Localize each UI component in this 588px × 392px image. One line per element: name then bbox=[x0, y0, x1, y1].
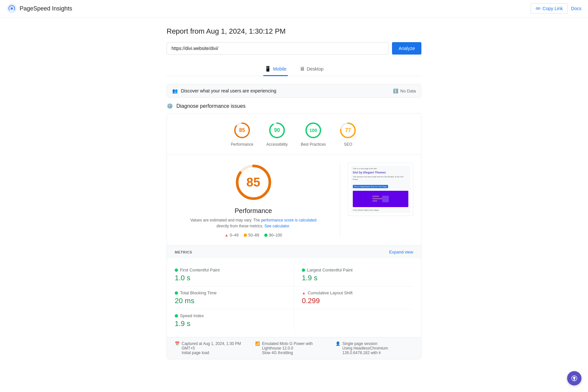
discover-text: Discover what your real users are experi… bbox=[181, 88, 276, 93]
analyze-button[interactable]: Analyze bbox=[392, 42, 421, 55]
svg-rect-16 bbox=[382, 196, 389, 202]
seo-score-value: 77 bbox=[339, 121, 357, 139]
metric-tbt-value: 20 ms bbox=[175, 297, 286, 305]
preview-image-svg bbox=[371, 194, 390, 204]
fcp-status-dot bbox=[175, 269, 178, 272]
tab-mobile[interactable]: 📱 Mobile bbox=[263, 62, 288, 76]
no-data-label: No Data bbox=[400, 89, 416, 93]
si-status-dot bbox=[175, 314, 178, 318]
score-item-accessibility[interactable]: 90 Accessibility bbox=[266, 121, 287, 147]
score-detail-desc: Values are estimated and may vary. The p… bbox=[190, 217, 316, 229]
score-detail-left: 85 Performance Values are estimated and … bbox=[175, 163, 332, 237]
psi-logo-icon bbox=[7, 3, 17, 14]
page-load-type: Initial page load bbox=[182, 351, 253, 355]
score-item-performance[interactable]: 85 Performance bbox=[231, 121, 253, 147]
capture-date: Captured at Aug 1, 2024, 1:30 PM GMT+5 bbox=[182, 341, 253, 351]
accessibility-score-value: 90 bbox=[268, 121, 286, 139]
logo-area: PageSpeed Insights bbox=[7, 3, 72, 14]
big-performance-circle: 85 bbox=[234, 163, 273, 202]
metric-lcp: Largest Contentful Paint 1.9 s bbox=[294, 264, 413, 286]
metric-fcp-name: First Contentful Paint bbox=[175, 268, 286, 272]
legend-average: 50–89 bbox=[244, 233, 259, 237]
metrics-grid: First Contentful Paint 1.0 s Largest Con… bbox=[167, 258, 421, 337]
average-dot bbox=[244, 234, 247, 237]
discover-bar: 👥 Discover what your real users are expe… bbox=[167, 84, 421, 98]
svg-rect-15 bbox=[372, 200, 377, 202]
url-bar: Analyze bbox=[167, 42, 421, 55]
diagnose-title: Diagnose performance issues bbox=[176, 103, 246, 109]
big-score-value: 85 bbox=[246, 175, 260, 189]
performance-circle-container: 85 bbox=[233, 121, 251, 139]
preview-image bbox=[353, 191, 408, 207]
preview-button: Run A PageSpeed Test On This Page bbox=[353, 185, 388, 188]
metric-cls-name: ▲ Cumulative Layout Shift bbox=[302, 290, 413, 295]
main-content: Report from Aug 1, 2024, 1:30:12 PM Anal… bbox=[160, 17, 428, 374]
detail-divider bbox=[340, 163, 340, 237]
preview-footer: Cras ultrices ligula sed magna bbox=[353, 209, 408, 211]
settings-icon: ⚙️ bbox=[167, 103, 173, 109]
footer-session-info: 👤 Single page session Using HeadlessChro… bbox=[335, 341, 413, 355]
score-item-seo[interactable]: 77 SEO bbox=[339, 121, 357, 147]
score-panel: 85 Performance 90 Accessibility bbox=[167, 113, 421, 359]
mobile-icon: 📱 bbox=[265, 66, 271, 72]
score-detail: 85 Performance Values are estimated and … bbox=[167, 155, 421, 245]
performance-score-value: 85 bbox=[233, 121, 251, 139]
metric-lcp-value: 1.9 s bbox=[302, 274, 413, 282]
tab-mobile-label: Mobile bbox=[273, 66, 286, 72]
tab-desktop-label: Desktop bbox=[307, 66, 323, 72]
metric-fcp-value: 1.0 s bbox=[175, 274, 286, 282]
app-title: PageSpeed Insights bbox=[20, 5, 72, 12]
cls-status-icon: ▲ bbox=[302, 291, 306, 295]
user-icon: 👤 bbox=[335, 341, 340, 346]
legend-good-label: 90–100 bbox=[269, 233, 282, 237]
people-icon: 👥 bbox=[172, 88, 178, 93]
score-legend: ▲ 0–49 50–89 90–100 bbox=[224, 233, 282, 237]
svg-rect-14 bbox=[372, 198, 382, 199]
legend-average-label: 50–89 bbox=[248, 233, 259, 237]
metric-cls-value: 0.299 bbox=[302, 297, 413, 305]
accessibility-circle-container: 90 bbox=[268, 121, 286, 139]
discover-bar-content: 👥 Discover what your real users are expe… bbox=[172, 88, 276, 93]
metric-si-value: 1.9 s bbox=[175, 319, 286, 328]
copy-link-label: Copy Link bbox=[543, 6, 563, 11]
info-icon: ℹ️ bbox=[393, 89, 398, 93]
session-type: Single page session bbox=[342, 341, 413, 346]
score-detail-title: Performance bbox=[235, 207, 272, 215]
throttling-info: Slow 4G throttling bbox=[262, 351, 333, 355]
floating-action-button[interactable] bbox=[567, 371, 581, 374]
metric-tbt-name: Total Blocking Time bbox=[175, 290, 286, 295]
metrics-header: METRICS Expand view bbox=[167, 245, 421, 258]
metric-cls: ▲ Cumulative Layout Shift 0.299 bbox=[294, 286, 413, 309]
browser-info: Using HeadlessChromium 126.0.6478.182 wi… bbox=[342, 346, 413, 355]
score-item-best-practices[interactable]: 100 Best Practices bbox=[301, 121, 326, 147]
diagnose-header: ⚙️ Diagnose performance issues bbox=[167, 103, 421, 109]
desc-text-1: Values are estimated and may vary. The bbox=[190, 218, 260, 222]
calendar-icon: 📅 bbox=[175, 341, 180, 346]
lcp-status-dot bbox=[302, 269, 305, 272]
preview-body: This banner has been build with the Divi… bbox=[353, 175, 408, 181]
footer-info: 📅 Captured at Aug 1, 2024, 1:30 PM GMT+5… bbox=[167, 337, 421, 359]
docs-link[interactable]: Docs bbox=[571, 6, 581, 11]
header-actions: Copy Link Docs bbox=[531, 3, 581, 14]
metric-lcp-name: Largest Contentful Paint bbox=[302, 268, 413, 272]
phone-icon: 📶 bbox=[255, 341, 260, 346]
best-practices-score-value: 100 bbox=[304, 121, 322, 139]
discover-bar-status: ℹ️ No Data bbox=[393, 89, 416, 93]
preview-title: Divi by Elegant Themes bbox=[353, 171, 408, 174]
score-calc-link[interactable]: performance score is calculated bbox=[261, 218, 316, 222]
calculator-link[interactable]: See calculator. bbox=[265, 224, 290, 228]
copy-link-button[interactable]: Copy Link bbox=[531, 3, 568, 14]
preview-small-text: This is a test page built with bbox=[353, 168, 408, 170]
good-dot bbox=[264, 234, 268, 237]
seo-label: SEO bbox=[344, 142, 352, 147]
metric-tbt: Total Blocking Time 20 ms bbox=[175, 286, 294, 309]
accessibility-label: Accessibility bbox=[266, 142, 287, 147]
metric-si-name: Speed Index bbox=[175, 313, 286, 318]
diagnose-section: ⚙️ Diagnose performance issues 85 Perfor… bbox=[167, 103, 421, 359]
desc-text-2: directly from these metrics. bbox=[217, 224, 263, 228]
tab-desktop[interactable]: 🖥 Desktop bbox=[298, 62, 325, 76]
svg-rect-13 bbox=[372, 196, 379, 197]
url-input[interactable] bbox=[167, 42, 389, 55]
expand-view-button[interactable]: Expand view bbox=[389, 250, 413, 254]
preview-content: This is a test page built with Divi by E… bbox=[351, 166, 410, 213]
